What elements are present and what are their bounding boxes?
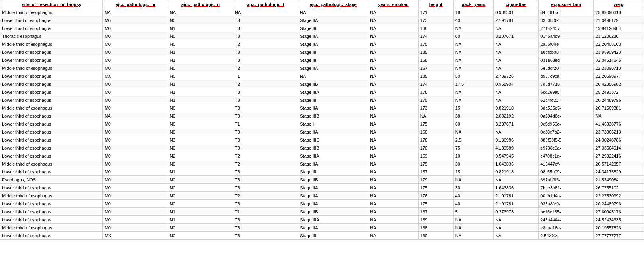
table-row: Lower third of esophagusM0N0T3Stage IIAN…	[0, 128, 644, 136]
cell-r19-c8: 1.643836	[494, 160, 539, 168]
cell-r26-c3: T3	[233, 216, 298, 224]
cell-r16-c5: NA	[368, 136, 419, 144]
cell-r12-c2: N0	[168, 104, 233, 112]
cell-r14-c8: 3.287671	[494, 120, 539, 128]
cell-r13-c0: Lower third of esophagus	[0, 112, 103, 120]
cell-r15-c2: N0	[168, 128, 233, 136]
cell-r19-c3: T2	[233, 160, 298, 168]
cell-r20-c7: 15	[453, 168, 493, 176]
cell-r21-c0: Esophagus, NOS	[0, 176, 103, 184]
cell-r20-c3: T3	[233, 168, 298, 176]
cell-r15-c3: T3	[233, 128, 298, 136]
cell-r5-c1: M0	[103, 48, 168, 56]
cell-r21-c8: NA	[494, 176, 539, 184]
table-row: Lower third of esophagusM0N1T3Stage IIIA…	[0, 216, 644, 224]
cell-r18-c6: 159	[418, 152, 453, 160]
cell-r20-c5: NA	[368, 168, 419, 176]
cell-r23-c5: NA	[368, 192, 419, 200]
cell-r22-c9: 7bae3b81-	[539, 184, 594, 192]
cell-r5-c3: T3	[233, 48, 298, 56]
cell-r6-c9: 031a63ed-	[539, 56, 594, 64]
column-header-exp: exposure_bmi	[539, 0, 594, 8]
cell-r13-c3: T3	[233, 112, 298, 120]
cell-r20-c0: Lower third of esophagus	[0, 168, 103, 176]
cell-r7-c8: NA	[494, 64, 539, 72]
cell-r12-c10: 20.71569381	[594, 104, 644, 112]
table-row: Lower third of esophagusM0N1T1Stage IIBN…	[0, 208, 644, 216]
cell-r3-c2: N0	[168, 32, 233, 40]
cell-r6-c6: 158	[418, 56, 453, 64]
cell-r25-c3: T1	[233, 208, 298, 216]
table-row: Lower third of esophagusMXN0T3Stage IIIN…	[0, 232, 644, 240]
cell-r24-c6: 175	[418, 200, 453, 208]
cell-r4-c9: 2a85f04e-	[539, 40, 594, 48]
cell-r17-c6: 170	[418, 144, 453, 152]
cell-r0-c4: NA	[298, 8, 368, 16]
cell-r21-c1: M0	[103, 176, 168, 184]
cell-r26-c4: Stage IIIA	[298, 216, 368, 224]
cell-r4-c2: N0	[168, 40, 233, 48]
cell-r7-c2: N0	[168, 64, 233, 72]
cell-r7-c9: 5e8ddf20-	[539, 64, 594, 72]
cell-r5-c4: Stage III	[298, 48, 368, 56]
cell-r26-c6: 159	[418, 216, 453, 224]
cell-r21-c5: NA	[368, 176, 419, 184]
cell-r5-c8: NA	[494, 48, 539, 56]
cell-r28-c4: Stage III	[298, 232, 368, 240]
cell-r14-c3: T1	[233, 120, 298, 128]
cell-r1-c5: NA	[368, 16, 419, 24]
cell-r25-c5: NA	[368, 208, 419, 216]
cell-r3-c6: 174	[418, 32, 453, 40]
cell-r3-c5: NA	[368, 32, 419, 40]
table-row: Middle third of esophagusM0N0T2Stage IIA…	[0, 64, 644, 72]
cell-r10-c2: N1	[168, 88, 233, 96]
cell-r9-c1: M0	[103, 80, 168, 88]
cell-r6-c5: NA	[368, 56, 419, 64]
cell-r26-c8: NA	[494, 216, 539, 224]
cell-r22-c10: 26.7755102	[594, 184, 644, 192]
cell-r10-c8: NA	[494, 88, 539, 96]
cell-r18-c10: 27.29322416	[594, 152, 644, 160]
cell-r7-c10: 22.23098713	[594, 64, 644, 72]
table-row: Middle third of esophagusM0N0T2Stage IIA…	[0, 40, 644, 48]
cell-r15-c7: NA	[453, 128, 493, 136]
table-row: Middle third of esophagusM0N0T2Stage IIA…	[0, 160, 644, 168]
cell-r27-c10: 20.19557823	[594, 224, 644, 232]
cell-r20-c6: 157	[418, 168, 453, 176]
table-row: Esophagus, NOSM0N0T3Stage IIBNA179NANA69…	[0, 176, 644, 184]
cell-r8-c7: 50	[453, 72, 493, 80]
cell-r14-c4: Stage I	[298, 120, 368, 128]
cell-r4-c5: NA	[368, 40, 419, 48]
cell-r12-c1: M0	[103, 104, 168, 112]
cell-r19-c6: 175	[418, 160, 453, 168]
cell-r25-c6: 167	[418, 208, 453, 216]
cell-r28-c6: 160	[418, 232, 453, 240]
cell-r10-c3: T3	[233, 88, 298, 96]
cell-r15-c5: NA	[368, 128, 419, 136]
cell-r4-c7: NA	[453, 40, 493, 48]
cell-r24-c4: Stage IIA	[298, 200, 368, 208]
cell-r26-c10: 24.52434635	[594, 216, 644, 224]
cell-r25-c8: 0.273973	[494, 208, 539, 216]
cell-r19-c4: Stage IIA	[298, 160, 368, 168]
cell-r19-c5: NA	[368, 160, 419, 168]
cell-r28-c8: NA	[494, 232, 539, 240]
cell-r27-c7: NA	[453, 224, 493, 232]
cell-r24-c3: T3	[233, 200, 298, 208]
cell-r2-c7: NA	[453, 24, 493, 32]
cell-r10-c1: M0	[103, 88, 168, 96]
cell-r5-c9: a8bfbb08-	[539, 48, 594, 56]
cell-r1-c4: Stage IIA	[298, 16, 368, 24]
cell-r16-c1: M0	[103, 136, 168, 144]
cell-r3-c10: 23.1206236	[594, 32, 644, 40]
table-row: Lower third of esophagusM0N2T3Stage IIIB…	[0, 144, 644, 152]
cell-r23-c8: 2.191781	[494, 192, 539, 200]
cell-r5-c6: 185	[418, 48, 453, 56]
cell-r20-c1: M0	[103, 168, 168, 176]
cell-r13-c2: N2	[168, 112, 233, 120]
cell-r18-c7: 10	[453, 152, 493, 160]
cell-r17-c0: Lower third of esophagus	[0, 144, 103, 152]
cell-r16-c0: Lower third of esophagus	[0, 136, 103, 144]
cell-r2-c10: 19.84126984	[594, 24, 644, 32]
cell-r3-c3: T3	[233, 32, 298, 40]
